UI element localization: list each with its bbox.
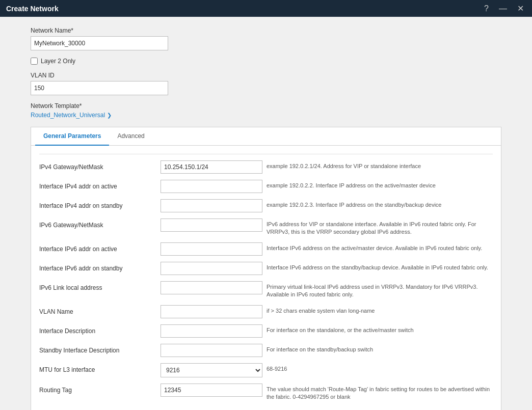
param-input-wrapper-4 — [161, 242, 262, 256]
param-hint-7: if > 32 chars enable system vlan long-na… — [267, 305, 493, 315]
param-hint-10: 68-9216 — [267, 363, 493, 373]
param-label-4: Interface IPv6 addr on active — [39, 242, 156, 253]
close-button[interactable]: ✕ — [515, 4, 526, 14]
param-input-9[interactable] — [161, 344, 262, 357]
param-input-5[interactable] — [161, 262, 262, 275]
param-input-4[interactable] — [161, 242, 262, 256]
param-hint-0: example 192.0.2.1/24. Address for VIP or… — [267, 160, 493, 170]
title-bar: Create Network ? — ✕ — [0, 0, 532, 17]
param-hint-5: Interface IPv6 address on the standby/ba… — [267, 262, 493, 271]
param-input-3[interactable] — [161, 218, 262, 232]
param-label-8: Interface Description — [39, 324, 156, 335]
param-row-2: Interface IPv4 addr on standby example 1… — [39, 199, 493, 212]
tab-advanced[interactable]: Advanced — [109, 127, 152, 146]
param-select-10[interactable]: 9216 — [161, 363, 262, 377]
param-label-0: IPv4 Gateway/NetMask — [39, 160, 156, 171]
param-row-9: Standby Interface Description For interf… — [39, 344, 493, 357]
param-input-wrapper-11 — [161, 384, 262, 397]
param-input-wrapper-5 — [161, 262, 262, 275]
param-input-7[interactable] — [161, 305, 262, 318]
param-label-5: Interface IPv6 addr on standby — [39, 262, 156, 272]
param-label-2: Interface IPv4 addr on standby — [39, 199, 156, 209]
tabs-content: IPv4 Gateway/NetMask example 192.0.2.1/2… — [31, 146, 501, 410]
vlan-id-group: VLAN ID — [31, 72, 501, 95]
param-row-3: IPv6 Gateway/NetMask IPv6 address for VI… — [39, 218, 493, 236]
param-input-1[interactable] — [161, 180, 262, 193]
param-input-wrapper-0 — [161, 160, 262, 174]
param-input-wrapper-1 — [161, 180, 262, 193]
param-hint-11: The value should match 'Route-Map Tag' i… — [267, 384, 493, 401]
help-button[interactable]: ? — [482, 4, 491, 14]
param-input-wrapper-7 — [161, 305, 262, 318]
main-content: Network Name* Layer 2 Only VLAN ID Netwo… — [0, 17, 532, 410]
param-input-11[interactable] — [161, 384, 262, 397]
network-template-arrow: ❯ — [107, 112, 112, 119]
dialog-title: Create Network — [6, 5, 59, 13]
network-name-label: Network Name* — [31, 27, 501, 34]
content-divider — [39, 154, 493, 154]
network-template-label: Network Template* — [31, 102, 501, 110]
param-row-0: IPv4 Gateway/NetMask example 192.0.2.1/2… — [39, 160, 493, 174]
param-hint-6: Primary virtual link-local IPv6 address … — [267, 281, 493, 299]
network-name-input[interactable] — [31, 36, 168, 50]
param-input-2[interactable] — [161, 199, 262, 212]
param-input-6[interactable] — [161, 281, 262, 294]
param-row-4: Interface IPv6 addr on active Interface … — [39, 242, 493, 256]
network-name-group: Network Name* — [31, 27, 501, 50]
param-input-wrapper-8 — [161, 324, 262, 338]
param-row-5: Interface IPv6 addr on standby Interface… — [39, 262, 493, 275]
layer2-only-checkbox[interactable] — [31, 58, 38, 65]
title-bar-controls: ? — ✕ — [482, 4, 526, 14]
param-label-10: MTU for L3 interface — [39, 363, 156, 373]
vlan-id-label: VLAN ID — [31, 72, 501, 79]
param-row-11: Routing Tag The value should match 'Rout… — [39, 384, 493, 401]
param-hint-3: IPv6 address for VIP or standalone inter… — [267, 218, 493, 236]
param-row-7: VLAN Name if > 32 chars enable system vl… — [39, 305, 493, 318]
param-input-wrapper-6 — [161, 281, 262, 294]
param-hint-2: example 192.0.2.3. Interface IP address … — [267, 199, 493, 209]
param-label-11: Routing Tag — [39, 384, 156, 394]
param-label-7: VLAN Name — [39, 305, 156, 315]
param-label-3: IPv6 Gateway/NetMask — [39, 218, 156, 229]
param-input-wrapper-10: 9216 — [161, 363, 262, 377]
param-hint-4: Interface IPv6 address on the active/mas… — [267, 242, 493, 252]
tabs-container: General Parameters Advanced IPv4 Gateway… — [31, 127, 501, 410]
layer2-only-group: Layer 2 Only — [31, 58, 501, 65]
param-label-1: Interface IPv4 addr on active — [39, 180, 156, 190]
param-label-9: Standby Interface Description — [39, 344, 156, 354]
tabs-header: General Parameters Advanced — [31, 127, 501, 146]
param-row-8: Interface Description For interface on t… — [39, 324, 493, 338]
layer2-only-label: Layer 2 Only — [41, 58, 75, 65]
param-row-6: IPv6 Link local address Primary virtual … — [39, 281, 493, 299]
param-hint-9: For interface on the standby/backup swit… — [267, 344, 493, 353]
minimize-button[interactable]: — — [497, 4, 509, 14]
param-input-0[interactable] — [161, 160, 262, 174]
tab-general[interactable]: General Parameters — [35, 127, 109, 146]
param-input-wrapper-2 — [161, 199, 262, 212]
param-input-wrapper-9 — [161, 344, 262, 357]
network-template-link[interactable]: Routed_Network_Universal ❯ — [31, 112, 501, 119]
param-row-1: Interface IPv4 addr on active example 19… — [39, 180, 493, 193]
param-label-6: IPv6 Link local address — [39, 281, 156, 291]
param-input-8[interactable] — [161, 324, 262, 338]
vlan-id-input[interactable] — [31, 81, 168, 95]
network-template-link-text: Routed_Network_Universal — [31, 112, 105, 119]
param-hint-8: For interface on the standalone, or the … — [267, 324, 493, 334]
param-hint-1: example 192.0.2.2. Interface IP address … — [267, 180, 493, 189]
param-row-10: MTU for L3 interface 9216 68-9216 — [39, 363, 493, 377]
param-input-wrapper-3 — [161, 218, 262, 232]
network-template-group: Network Template* Routed_Network_Univers… — [31, 102, 501, 119]
